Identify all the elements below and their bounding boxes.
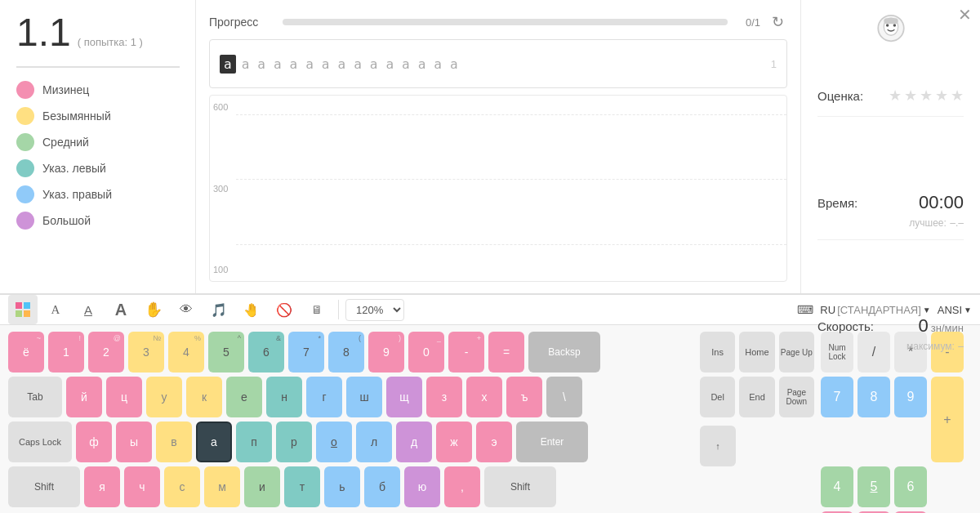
key-e2[interactable]: э — [476, 422, 512, 462]
finger-item-index-right: Указ. правый — [16, 185, 179, 203]
key-n[interactable]: н — [266, 377, 302, 417]
speed-unit: зн/мин — [931, 322, 964, 334]
key-i[interactable]: и — [244, 466, 280, 507]
key-t[interactable]: т — [284, 466, 320, 507]
key-f[interactable]: ф — [76, 422, 112, 462]
key-s[interactable]: с — [164, 466, 200, 507]
finger-dot-ring — [16, 107, 34, 125]
key-capslock[interactable]: Caps Lock — [8, 422, 72, 462]
key-dot[interactable]: , — [444, 466, 480, 507]
key-soft[interactable]: ь — [324, 466, 360, 507]
key-shift-right[interactable]: Shift — [484, 466, 556, 507]
key-del[interactable]: Del — [700, 377, 735, 417]
key-num-8[interactable]: 8 — [858, 377, 890, 417]
key-g[interactable]: г — [306, 377, 342, 417]
music-icon: 🎵 — [211, 302, 227, 318]
key-z[interactable]: з — [426, 377, 462, 417]
key-pagedown[interactable]: Page Down — [779, 377, 814, 417]
key-backspace[interactable]: Backsp — [528, 332, 600, 372]
key-ins[interactable]: Ins — [700, 332, 735, 372]
music-tool-button[interactable]: 🎵 — [204, 295, 234, 324]
hand-tool-button[interactable]: ✋ — [139, 295, 168, 324]
key-2[interactable]: @2 — [88, 332, 124, 372]
key-p[interactable]: п — [236, 422, 272, 462]
key-num-plus[interactable]: + — [931, 377, 964, 462]
key-7[interactable]: *7 — [288, 332, 324, 372]
key-r[interactable]: р — [276, 422, 312, 462]
finger-dot-thumb — [16, 212, 34, 230]
key-yo[interactable]: ~ё — [8, 332, 44, 372]
key-home[interactable]: Home — [739, 332, 774, 372]
key-tab[interactable]: Tab — [8, 377, 62, 417]
key-enter[interactable]: Enter — [516, 422, 588, 462]
key-6[interactable]: &6 — [248, 332, 284, 372]
star-2: ★ — [904, 87, 917, 105]
key-3[interactable]: №3 — [128, 332, 164, 372]
hand2-tool-button[interactable]: 🤚 — [237, 295, 266, 324]
avatar-icon — [862, 8, 920, 65]
key-zh[interactable]: ж — [436, 422, 472, 462]
key-ts[interactable]: ц — [106, 377, 142, 417]
right-panel: ✕ Оценка: ★ ★ ★ ★ ★ Время: 00:00 — [800, 0, 980, 293]
key-minus[interactable]: +- — [448, 332, 484, 372]
block-tool-button[interactable]: 🚫 — [270, 295, 299, 324]
key-sh[interactable]: ш — [346, 377, 382, 417]
key-v[interactable]: в — [156, 422, 192, 462]
key-ch[interactable]: ч — [124, 466, 160, 507]
key-l[interactable]: л — [356, 422, 392, 462]
key-num-9[interactable]: 9 — [894, 377, 927, 417]
key-num-5[interactable]: 5 — [858, 466, 890, 507]
keyboard-icon: ⌨ — [797, 303, 813, 316]
progress-count: 0/1 — [736, 16, 760, 29]
speed-section: Скорость: 0 зн/мин максимум: – — [817, 306, 964, 363]
finger-dot-pinky — [16, 81, 34, 99]
key-shch[interactable]: щ — [386, 377, 422, 417]
key-h[interactable]: х — [466, 377, 502, 417]
key-num-4[interactable]: 4 — [821, 466, 853, 507]
close-button[interactable]: ✕ — [958, 7, 972, 23]
key-num-6[interactable]: 6 — [894, 466, 927, 507]
key-d[interactable]: д — [396, 422, 432, 462]
key-backslash[interactable]: \ — [546, 377, 582, 417]
key-u[interactable]: у — [146, 377, 182, 417]
key-hard[interactable]: ъ — [506, 377, 542, 417]
key-4[interactable]: %4 — [168, 332, 204, 372]
key-ya[interactable]: я — [84, 466, 120, 507]
key-8[interactable]: (8 — [328, 332, 364, 372]
large-a-button[interactable]: A — [106, 295, 136, 324]
key-up[interactable]: ↑ — [700, 426, 736, 466]
key-k[interactable]: к — [186, 377, 222, 417]
color-tool-button[interactable] — [8, 295, 38, 324]
key-yu[interactable]: ю — [404, 466, 440, 507]
font-a-button[interactable]: A — [41, 295, 70, 324]
key-a[interactable]: а — [196, 422, 232, 462]
key-o[interactable]: о — [316, 422, 352, 462]
key-end[interactable]: End — [739, 377, 774, 417]
stars: ★ ★ ★ ★ ★ — [889, 87, 964, 105]
key-e[interactable]: е — [226, 377, 262, 417]
refresh-button[interactable]: ↻ — [768, 11, 787, 33]
monitor-tool-button[interactable]: 🖥 — [302, 295, 332, 324]
key-num-7[interactable]: 7 — [821, 377, 853, 417]
eye-icon: 👁 — [180, 302, 193, 317]
zoom-select[interactable]: 120% 100% 80% — [345, 299, 404, 321]
key-y[interactable]: ы — [116, 422, 152, 462]
key-9[interactable]: )9 — [368, 332, 404, 372]
key-pageup[interactable]: Page Up — [779, 332, 814, 372]
chart-grid — [236, 96, 786, 281]
star-4: ★ — [935, 87, 948, 105]
key-row-caps: Caps Lock ф ы в а п р о л д ж э Enter — [8, 422, 693, 462]
key-shift-left[interactable]: Shift — [8, 466, 80, 507]
key-j[interactable]: й — [66, 377, 102, 417]
key-1[interactable]: !1 — [48, 332, 84, 372]
finger-label-thumb: Большой — [42, 214, 91, 227]
key-0[interactable]: _0 — [408, 332, 444, 372]
key-5[interactable]: ^5 — [208, 332, 244, 372]
font-a2-button[interactable]: A — [74, 295, 103, 324]
key-equals[interactable]: = — [488, 332, 524, 372]
key-b[interactable]: б — [364, 466, 400, 507]
eye-tool-button[interactable]: 👁 — [172, 295, 201, 324]
chart-labels: 600 300 100 — [213, 96, 228, 281]
svg-rect-5 — [16, 302, 22, 309]
key-m[interactable]: м — [204, 466, 240, 507]
